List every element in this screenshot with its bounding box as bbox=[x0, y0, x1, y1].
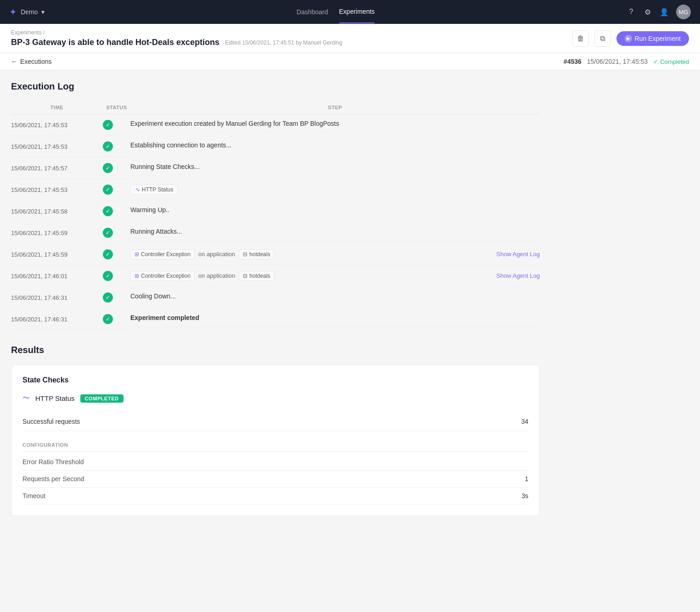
log-time-cell: 15/06/2021, 17:46:31 bbox=[11, 309, 103, 330]
execution-info: #4536 15/06/2021, 17:45:53 ✓ Completed bbox=[564, 58, 689, 65]
workspace-label[interactable]: Demo bbox=[21, 8, 38, 16]
workspace-dropdown-icon[interactable]: ▾ bbox=[41, 8, 45, 16]
check-circle-icon: ✓ bbox=[103, 185, 113, 195]
execution-log-table: TIME STATUS STEP 15/06/2021, 17:45:53✓Ex… bbox=[11, 101, 540, 330]
on-application-label: on application bbox=[198, 272, 235, 279]
check-circle-icon: ✓ bbox=[103, 271, 113, 281]
controller-exception-tag: ⊞ Controller Exception bbox=[130, 249, 195, 259]
step-text: Warming Up.. bbox=[130, 206, 169, 213]
back-to-executions[interactable]: ← Executions bbox=[11, 58, 51, 65]
config-row: Requests per Second1 bbox=[22, 471, 528, 488]
http-status-tag: ∿ HTTP Status bbox=[130, 185, 178, 195]
execution-status: ✓ Completed bbox=[653, 58, 689, 65]
avatar[interactable]: MG bbox=[676, 5, 691, 19]
breadcrumb-parent[interactable]: Experiments bbox=[11, 29, 42, 36]
log-time-cell: 15/06/2021, 17:45:53 bbox=[11, 136, 103, 157]
step-text: Cooling Down... bbox=[130, 292, 176, 300]
log-time-cell: 15/06/2021, 17:45:53 bbox=[11, 114, 103, 136]
execution-log-section: Execution Log TIME STATUS STEP 15/06/202… bbox=[11, 81, 540, 330]
executions-bar: ← Executions #4536 15/06/2021, 17:45:53 … bbox=[0, 53, 700, 70]
breadcrumb[interactable]: Experiments / bbox=[11, 29, 342, 36]
log-row: 15/06/2021, 17:45:53✓Establishing connec… bbox=[11, 136, 540, 157]
log-time-cell: 15/06/2021, 17:45:59 bbox=[11, 244, 103, 265]
log-time-cell: 15/06/2021, 17:45:57 bbox=[11, 157, 103, 179]
app-name-tag: ⊟ hotdeals bbox=[239, 249, 274, 259]
on-application-label: on application bbox=[198, 251, 235, 258]
check-circle-icon: ✓ bbox=[103, 314, 113, 324]
log-status-cell: ✓ bbox=[103, 136, 130, 157]
log-status-cell: ✓ bbox=[103, 179, 130, 201]
nav-dashboard[interactable]: Dashboard bbox=[297, 1, 328, 23]
check-circle-icon: ✓ bbox=[103, 228, 113, 238]
config-value: 3s bbox=[521, 492, 528, 500]
log-row: 15/06/2021, 17:45:58✓Warming Up.. bbox=[11, 201, 540, 222]
log-time-cell: 15/06/2021, 17:45:59 bbox=[11, 222, 103, 244]
nav-links: Dashboard Experiments bbox=[297, 0, 375, 23]
config-row: Timeout3s bbox=[22, 488, 528, 505]
check-icon: ✓ bbox=[653, 58, 658, 65]
log-step-cell: ⊞ Controller Exceptionon application⊟ ho… bbox=[130, 265, 540, 287]
log-step-cell: Running State Checks... bbox=[130, 157, 540, 176]
header-actions: 🗑 ⧉ ▶ Run Experiment bbox=[572, 30, 689, 47]
log-step-cell: Cooling Down... bbox=[130, 287, 540, 306]
check-circle-icon: ✓ bbox=[103, 120, 113, 130]
settings-icon[interactable]: ⚙ bbox=[643, 7, 652, 17]
help-icon[interactable]: ? bbox=[627, 7, 636, 17]
check-circle-icon: ✓ bbox=[103, 163, 113, 173]
log-row: 15/06/2021, 17:45:59✓⊞ Controller Except… bbox=[11, 244, 540, 265]
app-icon: ⊟ bbox=[243, 273, 247, 279]
check-circle-icon: ✓ bbox=[103, 292, 113, 303]
execution-log-title: Execution Log bbox=[11, 81, 540, 92]
config-section: CONFIGURATION Error Ratio ThresholdReque… bbox=[22, 438, 528, 505]
log-row: 15/06/2021, 17:45:59✓Running Attacks... bbox=[11, 222, 540, 244]
log-row: 15/06/2021, 17:46:31✓Cooling Down... bbox=[11, 287, 540, 309]
step-text-bold: Experiment completed bbox=[130, 314, 199, 321]
run-experiment-label: Run Experiment bbox=[635, 35, 681, 42]
run-experiment-button[interactable]: ▶ Run Experiment bbox=[616, 31, 689, 46]
successful-requests-row: Successful requests 34 bbox=[22, 412, 528, 431]
app-name-tag: ⊟ hotdeals bbox=[239, 271, 274, 281]
config-header: CONFIGURATION bbox=[22, 438, 528, 452]
play-icon: ▶ bbox=[625, 35, 632, 42]
page-header: Experiments / BP-3 Gateway is able to ha… bbox=[0, 24, 700, 53]
log-status-cell: ✓ bbox=[103, 287, 130, 309]
step-text: Running Attacks... bbox=[130, 228, 182, 235]
top-navigation: ✦ Demo ▾ Dashboard Experiments ? ⚙ 👤 MG bbox=[0, 0, 700, 24]
log-step-cell: ⊞ Controller Exceptionon application⊟ ho… bbox=[130, 244, 540, 265]
col-header-status: STATUS bbox=[103, 101, 130, 114]
config-value: 1 bbox=[525, 475, 528, 483]
log-step-cell: Running Attacks... bbox=[130, 222, 540, 241]
user-icon[interactable]: 👤 bbox=[660, 7, 669, 17]
execution-date: 15/06/2021, 17:45:53 bbox=[587, 58, 648, 65]
state-checks-title: State Checks bbox=[22, 376, 528, 384]
log-status-cell: ✓ bbox=[103, 244, 130, 265]
config-label: Timeout bbox=[22, 492, 45, 500]
log-step-cell: Warming Up.. bbox=[130, 201, 540, 219]
log-row: 15/06/2021, 17:45:53✓∿ HTTP Status bbox=[11, 179, 540, 201]
main-content: Execution Log TIME STATUS STEP 15/06/202… bbox=[0, 70, 551, 527]
show-agent-log-link[interactable]: Show Agent Log bbox=[496, 272, 540, 279]
copy-button[interactable]: ⧉ bbox=[594, 30, 611, 47]
log-status-cell: ✓ bbox=[103, 265, 130, 287]
log-status-cell: ✓ bbox=[103, 222, 130, 244]
log-step-cell: ∿ HTTP Status bbox=[130, 179, 540, 201]
log-time-cell: 15/06/2021, 17:45:58 bbox=[11, 201, 103, 222]
show-agent-log-link[interactable]: Show Agent Log bbox=[496, 251, 540, 258]
logo-icon: ✦ bbox=[9, 6, 17, 17]
breadcrumb-separator: / bbox=[43, 29, 45, 36]
status-label: Completed bbox=[660, 58, 689, 65]
log-row: 15/06/2021, 17:46:31✓Experiment complete… bbox=[11, 309, 540, 330]
nav-experiments[interactable]: Experiments bbox=[339, 0, 375, 23]
log-step-cell: Experiment execution created by Manuel G… bbox=[130, 114, 540, 133]
tag-icon: ⊞ bbox=[134, 273, 139, 279]
log-step-cell: Establishing connection to agents... bbox=[130, 136, 540, 155]
http-status-row: 〜 HTTP Status COMPLETED bbox=[22, 393, 528, 403]
check-circle-icon: ✓ bbox=[103, 141, 113, 152]
successful-requests-label: Successful requests bbox=[22, 418, 80, 425]
config-label: Error Ratio Threshold bbox=[22, 458, 84, 466]
log-row: 15/06/2021, 17:46:01✓⊞ Controller Except… bbox=[11, 265, 540, 287]
step-text: Experiment execution created by Manuel G… bbox=[130, 120, 339, 127]
log-row: 15/06/2021, 17:45:57✓Running State Check… bbox=[11, 157, 540, 179]
delete-button[interactable]: 🗑 bbox=[572, 30, 589, 47]
config-label: Requests per Second bbox=[22, 475, 84, 483]
